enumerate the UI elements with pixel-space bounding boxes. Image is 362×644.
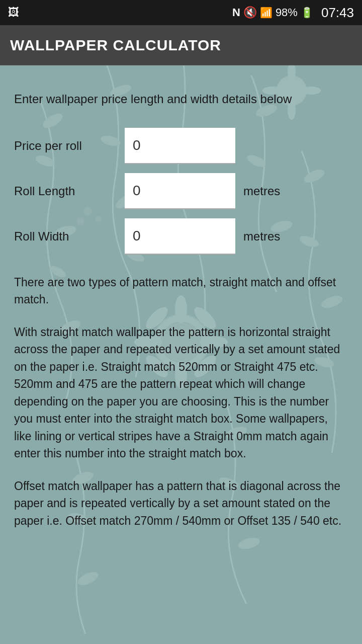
status-time: 07:43 [321,5,354,21]
roll-length-input[interactable] [125,173,235,209]
pattern-intro-text: There are two types of pattern match, st… [14,274,348,308]
price-per-roll-row: Price per roll [14,128,348,164]
roll-length-label: Roll Length [14,184,125,198]
signal-icon: 📶 [260,7,273,19]
roll-length-unit: metres [243,184,280,198]
price-per-roll-label: Price per roll [14,139,125,153]
page-title: WALLPAPER CALCULATOR [10,37,221,54]
roll-width-row: Roll Width metres [14,218,348,255]
offset-match-text: Offset match wallpaper has a pattern tha… [14,477,348,530]
main-content: Enter wallpaper price length and width d… [0,65,362,565]
intro-text: Enter wallpaper price length and width d… [14,91,348,108]
roll-width-label: Roll Width [14,229,125,244]
price-per-roll-input[interactable] [125,128,235,164]
straight-match-text: With straight match wallpaper the patter… [14,324,348,462]
roll-width-unit: metres [243,229,280,244]
network-icon: N [232,6,240,19]
description-block: There are two types of pattern match, st… [14,274,348,530]
roll-width-input[interactable] [125,218,235,255]
roll-length-row: Roll Length metres [14,173,348,209]
status-bar-left: 🖼 [8,6,19,19]
status-icons: N 🔇 📶 98% 🔋 [232,6,313,19]
status-bar: 🖼 N 🔇 📶 98% 🔋 07:43 [0,0,362,25]
battery-percent: 98% [276,6,298,19]
mute-icon: 🔇 [243,6,257,19]
battery-icon: 🔋 [301,7,313,19]
title-bar: WALLPAPER CALCULATOR [0,25,362,65]
svg-point-36 [76,570,100,588]
image-icon: 🖼 [8,6,19,19]
